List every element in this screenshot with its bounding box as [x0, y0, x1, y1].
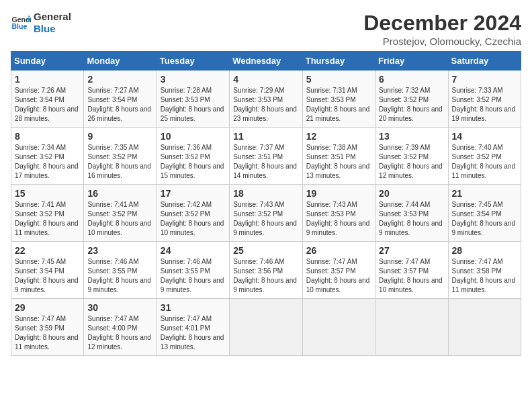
calendar-cell: 10Sunrise: 7:36 AMSunset: 3:52 PMDayligh… — [157, 128, 229, 185]
cell-info: Sunrise: 7:43 AMSunset: 3:52 PMDaylight:… — [233, 201, 297, 236]
cell-info: Sunrise: 7:31 AMSunset: 3:53 PMDaylight:… — [306, 87, 370, 122]
calendar-cell: 30Sunrise: 7:47 AMSunset: 4:00 PMDayligh… — [84, 299, 157, 356]
cell-info: Sunrise: 7:43 AMSunset: 3:53 PMDaylight:… — [306, 201, 370, 236]
cell-info: Sunrise: 7:47 AMSunset: 3:57 PMDaylight:… — [379, 258, 443, 293]
cell-info: Sunrise: 7:26 AMSunset: 3:54 PMDaylight:… — [15, 87, 79, 122]
cell-info: Sunrise: 7:35 AMSunset: 3:52 PMDaylight:… — [87, 144, 151, 179]
cell-info: Sunrise: 7:41 AMSunset: 3:52 PMDaylight:… — [87, 201, 151, 236]
cell-info: Sunrise: 7:36 AMSunset: 3:52 PMDaylight:… — [161, 144, 224, 179]
calendar-cell: 16Sunrise: 7:41 AMSunset: 3:52 PMDayligh… — [84, 185, 157, 242]
calendar-cell: 20Sunrise: 7:44 AMSunset: 3:53 PMDayligh… — [375, 185, 448, 242]
day-number: 16 — [87, 188, 152, 199]
cell-info: Sunrise: 7:44 AMSunset: 3:53 PMDaylight:… — [379, 201, 443, 236]
calendar-cell: 25Sunrise: 7:46 AMSunset: 3:56 PMDayligh… — [230, 242, 302, 299]
title-area: December 2024 Prostejov, Olomoucky, Czec… — [363, 11, 521, 47]
cell-info: Sunrise: 7:47 AMSunset: 3:59 PMDaylight:… — [15, 315, 79, 351]
month-title: December 2024 — [363, 11, 521, 36]
calendar-cell — [375, 299, 448, 356]
cell-info: Sunrise: 7:34 AMSunset: 3:52 PMDaylight:… — [15, 144, 79, 179]
day-number: 7 — [452, 74, 517, 85]
day-number: 26 — [306, 245, 371, 256]
calendar-cell: 6Sunrise: 7:32 AMSunset: 3:52 PMDaylight… — [375, 71, 448, 128]
calendar-cell: 27Sunrise: 7:47 AMSunset: 3:57 PMDayligh… — [375, 242, 448, 299]
day-header-wednesday: Wednesday — [230, 52, 302, 71]
calendar-cell: 15Sunrise: 7:41 AMSunset: 3:52 PMDayligh… — [11, 185, 84, 242]
day-number: 19 — [306, 188, 371, 199]
calendar-cell: 21Sunrise: 7:45 AMSunset: 3:54 PMDayligh… — [448, 185, 521, 242]
calendar-week-2: 8Sunrise: 7:34 AMSunset: 3:52 PMDaylight… — [11, 128, 521, 185]
day-number: 30 — [87, 302, 152, 313]
cell-info: Sunrise: 7:41 AMSunset: 3:52 PMDaylight:… — [15, 201, 79, 236]
cell-info: Sunrise: 7:47 AMSunset: 4:01 PMDaylight:… — [161, 315, 224, 351]
calendar-cell — [448, 299, 521, 356]
day-number: 9 — [87, 131, 152, 142]
cell-info: Sunrise: 7:47 AMSunset: 3:57 PMDaylight:… — [306, 258, 370, 293]
calendar-cell — [302, 299, 375, 356]
day-number: 13 — [379, 131, 444, 142]
calendar-cell: 29Sunrise: 7:47 AMSunset: 3:59 PMDayligh… — [11, 299, 84, 356]
day-number: 11 — [233, 131, 298, 142]
day-number: 4 — [233, 74, 298, 85]
day-header-friday: Friday — [375, 52, 448, 71]
day-number: 25 — [233, 245, 298, 256]
day-number: 6 — [379, 74, 444, 85]
day-number: 31 — [161, 302, 226, 313]
calendar-table: SundayMondayTuesdayWednesdayThursdayFrid… — [11, 51, 521, 356]
location-subtitle: Prostejov, Olomoucky, Czechia — [363, 36, 521, 47]
calendar-cell — [230, 299, 302, 356]
calendar-cell: 17Sunrise: 7:42 AMSunset: 3:52 PMDayligh… — [157, 185, 229, 242]
calendar-cell: 12Sunrise: 7:38 AMSunset: 3:51 PMDayligh… — [302, 128, 375, 185]
cell-info: Sunrise: 7:33 AMSunset: 3:52 PMDaylight:… — [452, 87, 516, 122]
calendar-cell: 4Sunrise: 7:29 AMSunset: 3:53 PMDaylight… — [230, 71, 302, 128]
day-number: 14 — [452, 131, 517, 142]
cell-info: Sunrise: 7:45 AMSunset: 3:54 PMDaylight:… — [452, 201, 516, 236]
logo-icon: General Blue — [11, 13, 31, 33]
cell-info: Sunrise: 7:29 AMSunset: 3:53 PMDaylight:… — [233, 87, 297, 122]
cell-info: Sunrise: 7:42 AMSunset: 3:52 PMDaylight:… — [161, 201, 224, 236]
cell-info: Sunrise: 7:39 AMSunset: 3:52 PMDaylight:… — [379, 144, 443, 179]
day-number: 22 — [15, 245, 80, 256]
cell-info: Sunrise: 7:47 AMSunset: 3:58 PMDaylight:… — [452, 258, 516, 293]
cell-info: Sunrise: 7:40 AMSunset: 3:52 PMDaylight:… — [452, 144, 516, 179]
cell-info: Sunrise: 7:38 AMSunset: 3:51 PMDaylight:… — [306, 144, 370, 179]
day-number: 21 — [452, 188, 517, 199]
calendar-cell: 24Sunrise: 7:46 AMSunset: 3:55 PMDayligh… — [157, 242, 229, 299]
day-number: 23 — [87, 245, 152, 256]
day-number: 28 — [452, 245, 517, 256]
cell-info: Sunrise: 7:32 AMSunset: 3:52 PMDaylight:… — [379, 87, 443, 122]
calendar-cell: 22Sunrise: 7:45 AMSunset: 3:54 PMDayligh… — [11, 242, 84, 299]
page-header: General Blue General Blue December 2024 … — [11, 11, 521, 47]
calendar-header: SundayMondayTuesdayWednesdayThursdayFrid… — [11, 52, 521, 71]
day-number: 3 — [161, 74, 226, 85]
calendar-week-1: 1Sunrise: 7:26 AMSunset: 3:54 PMDaylight… — [11, 71, 521, 128]
day-number: 18 — [233, 188, 298, 199]
cell-info: Sunrise: 7:37 AMSunset: 3:51 PMDaylight:… — [233, 144, 297, 179]
day-number: 24 — [161, 245, 226, 256]
day-number: 1 — [15, 74, 80, 85]
cell-info: Sunrise: 7:28 AMSunset: 3:53 PMDaylight:… — [161, 87, 224, 122]
logo: General Blue General Blue — [11, 11, 71, 35]
logo-blue: Blue — [34, 23, 71, 35]
calendar-cell: 2Sunrise: 7:27 AMSunset: 3:54 PMDaylight… — [84, 71, 157, 128]
day-number: 2 — [87, 74, 152, 85]
calendar-cell: 3Sunrise: 7:28 AMSunset: 3:53 PMDaylight… — [157, 71, 229, 128]
day-header-thursday: Thursday — [302, 52, 375, 71]
cell-info: Sunrise: 7:27 AMSunset: 3:54 PMDaylight:… — [87, 87, 151, 122]
calendar-week-3: 15Sunrise: 7:41 AMSunset: 3:52 PMDayligh… — [11, 185, 521, 242]
day-number: 12 — [306, 131, 371, 142]
calendar-cell: 14Sunrise: 7:40 AMSunset: 3:52 PMDayligh… — [448, 128, 521, 185]
calendar-cell: 28Sunrise: 7:47 AMSunset: 3:58 PMDayligh… — [448, 242, 521, 299]
calendar-cell: 8Sunrise: 7:34 AMSunset: 3:52 PMDaylight… — [11, 128, 84, 185]
logo-general: General — [34, 11, 71, 23]
cell-info: Sunrise: 7:46 AMSunset: 3:56 PMDaylight:… — [233, 258, 297, 293]
calendar-cell: 19Sunrise: 7:43 AMSunset: 3:53 PMDayligh… — [302, 185, 375, 242]
day-header-saturday: Saturday — [448, 52, 521, 71]
cell-info: Sunrise: 7:46 AMSunset: 3:55 PMDaylight:… — [161, 258, 224, 293]
cell-info: Sunrise: 7:46 AMSunset: 3:55 PMDaylight:… — [87, 258, 151, 293]
calendar-cell: 1Sunrise: 7:26 AMSunset: 3:54 PMDaylight… — [11, 71, 84, 128]
day-number: 5 — [306, 74, 371, 85]
calendar-cell: 13Sunrise: 7:39 AMSunset: 3:52 PMDayligh… — [375, 128, 448, 185]
calendar-cell: 31Sunrise: 7:47 AMSunset: 4:01 PMDayligh… — [157, 299, 229, 356]
day-number: 17 — [161, 188, 226, 199]
svg-text:Blue: Blue — [12, 22, 28, 30]
